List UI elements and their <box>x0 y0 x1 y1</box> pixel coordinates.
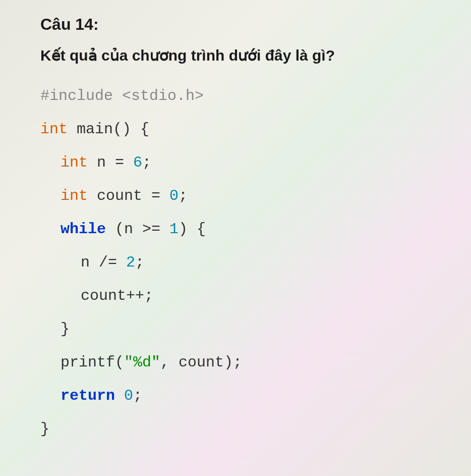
printf-call: printf( <box>61 354 124 371</box>
code-line-count-inc: count++; <box>40 279 431 312</box>
count-declaration: count = <box>88 187 169 204</box>
semicolon: ; <box>142 154 151 171</box>
question-number: Câu 14: <box>40 15 431 34</box>
n-declaration: n = <box>88 154 133 171</box>
code-line-return: return 0; <box>40 379 431 412</box>
keyword-int: int <box>61 154 88 171</box>
number-zero: 0 <box>124 387 133 404</box>
while-condition-open: (n >= <box>106 221 169 238</box>
number-two: 2 <box>126 254 135 271</box>
close-brace: } <box>61 321 70 338</box>
keyword-return: return <box>61 387 115 404</box>
code-line-close-while: } <box>40 312 431 346</box>
keyword-int: int <box>40 121 68 138</box>
code-line-main: int main() { <box>40 113 431 146</box>
preprocessor-include: #include <stdio.h> <box>40 87 204 104</box>
keyword-while: while <box>61 221 106 238</box>
semicolon: ; <box>133 387 142 404</box>
number-six: 6 <box>133 154 142 171</box>
printf-args: , count); <box>160 354 242 371</box>
code-line-close-main: } <box>40 412 431 446</box>
main-signature: main() { <box>68 121 149 138</box>
close-brace: } <box>40 420 49 438</box>
n-divide: n /= <box>81 254 126 271</box>
question-text: Kết quả của chương trình dưới đây là gì? <box>40 46 431 64</box>
code-line-while: while (n >= 1) { <box>40 213 431 246</box>
code-line-printf: printf("%d", count); <box>40 346 431 379</box>
count-increment: count++; <box>81 287 153 304</box>
number-one: 1 <box>169 221 179 238</box>
semicolon: ; <box>179 187 188 204</box>
keyword-int: int <box>61 187 88 204</box>
code-line-include: #include <stdio.h> <box>40 79 431 113</box>
code-line-n-div: n /= 2; <box>40 246 431 279</box>
code-line-n-decl: int n = 6; <box>40 146 431 179</box>
while-condition-close: ) { <box>179 221 206 238</box>
number-zero: 0 <box>169 187 179 204</box>
format-string: "%d" <box>124 354 160 371</box>
semicolon: ; <box>135 254 144 271</box>
code-block: #include <stdio.h> int main() { int n = … <box>40 79 431 446</box>
space <box>115 387 124 404</box>
code-line-count-decl: int count = 0; <box>40 179 431 213</box>
